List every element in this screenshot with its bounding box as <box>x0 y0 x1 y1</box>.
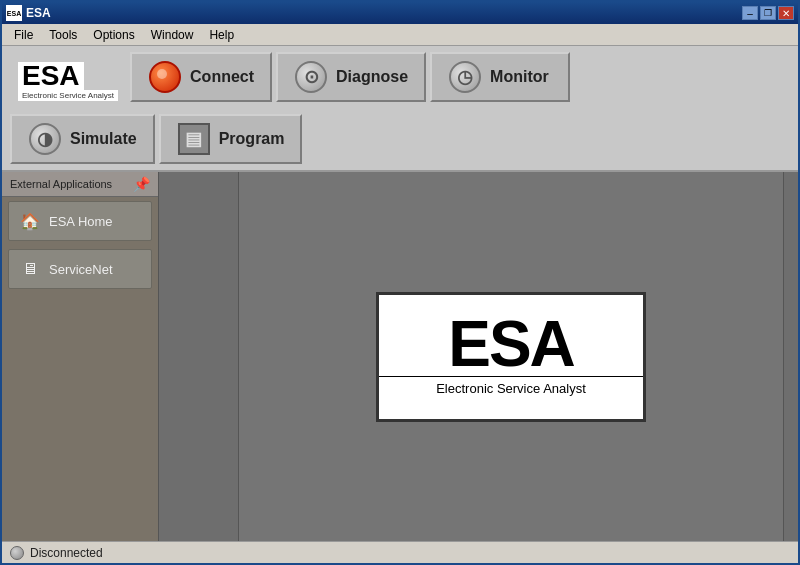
status-bar: Disconnected <box>2 541 798 563</box>
esa-brand-text: ESA <box>18 62 84 90</box>
esa-home-label: ESA Home <box>49 214 113 229</box>
program-icon-shape <box>178 123 210 155</box>
esa-logo-text: ESA <box>448 312 574 376</box>
title-icon-text: ESA <box>7 10 21 17</box>
monitor-label: Monitor <box>490 68 549 86</box>
sidebar-item-esa-home[interactable]: 🏠 ESA Home <box>8 201 152 241</box>
title-bar: ESA ESA – ❐ ✕ <box>2 2 798 24</box>
title-bar-left: ESA ESA <box>6 5 51 21</box>
connect-label: Connect <box>190 68 254 86</box>
title-controls: – ❐ ✕ <box>742 6 794 20</box>
app-window: ESA ESA – ❐ ✕ File Tools Options Window … <box>0 0 800 565</box>
right-column <box>783 172 798 541</box>
restore-button[interactable]: ❐ <box>760 6 776 20</box>
connect-icon <box>148 60 182 94</box>
home-icon: 🏠 <box>19 210 41 232</box>
title-icon: ESA <box>6 5 22 21</box>
menu-file[interactable]: File <box>6 26 41 44</box>
connection-status-icon <box>10 546 24 560</box>
servicenet-icon: 🖥 <box>19 258 41 280</box>
left-column <box>159 172 239 541</box>
diagnose-button[interactable]: Diagnose <box>276 52 426 102</box>
status-text: Disconnected <box>30 546 103 560</box>
panel-header: External Applications 📌 <box>2 172 158 197</box>
monitor-icon-shape <box>449 61 481 93</box>
diagnose-icon <box>294 60 328 94</box>
monitor-icon <box>448 60 482 94</box>
left-panel: External Applications 📌 🏠 ESA Home 🖥 Ser… <box>2 172 159 541</box>
connect-button[interactable]: Connect <box>130 52 272 102</box>
menu-tools[interactable]: Tools <box>41 26 85 44</box>
esa-logo-subtext: Electronic Service Analyst <box>379 376 643 402</box>
menu-bar: File Tools Options Window Help <box>2 24 798 46</box>
diagnose-icon-shape <box>295 61 327 93</box>
simulate-label: Simulate <box>70 130 137 148</box>
main-area: External Applications 📌 🏠 ESA Home 🖥 Ser… <box>2 172 798 541</box>
program-label: Program <box>219 130 285 148</box>
close-button[interactable]: ✕ <box>778 6 794 20</box>
minimize-button[interactable]: – <box>742 6 758 20</box>
esa-center-logo: ESA Electronic Service Analyst <box>376 292 646 422</box>
sidebar-item-servicenet[interactable]: 🖥 ServiceNet <box>8 249 152 289</box>
simulate-button[interactable]: Simulate <box>10 114 155 164</box>
menu-window[interactable]: Window <box>143 26 202 44</box>
toolbar: ESA Electronic Service Analyst Connect D… <box>2 46 798 172</box>
program-button[interactable]: Program <box>159 114 303 164</box>
servicenet-label: ServiceNet <box>49 262 113 277</box>
simulate-icon <box>28 122 62 156</box>
panel-title: External Applications <box>10 178 112 190</box>
simulate-icon-shape <box>29 123 61 155</box>
esa-brand: ESA Electronic Service Analyst <box>10 52 126 110</box>
monitor-button[interactable]: Monitor <box>430 52 570 102</box>
program-icon <box>177 122 211 156</box>
mid-column: ESA Electronic Service Analyst <box>239 172 783 541</box>
center-area: ESA Electronic Service Analyst <box>159 172 798 541</box>
connect-icon-shape <box>149 61 181 93</box>
pin-icon[interactable]: 📌 <box>133 176 150 192</box>
diagnose-label: Diagnose <box>336 68 408 86</box>
menu-help[interactable]: Help <box>201 26 242 44</box>
esa-brand-subtext: Electronic Service Analyst <box>18 90 118 101</box>
menu-options[interactable]: Options <box>85 26 142 44</box>
title-text: ESA <box>26 6 51 20</box>
